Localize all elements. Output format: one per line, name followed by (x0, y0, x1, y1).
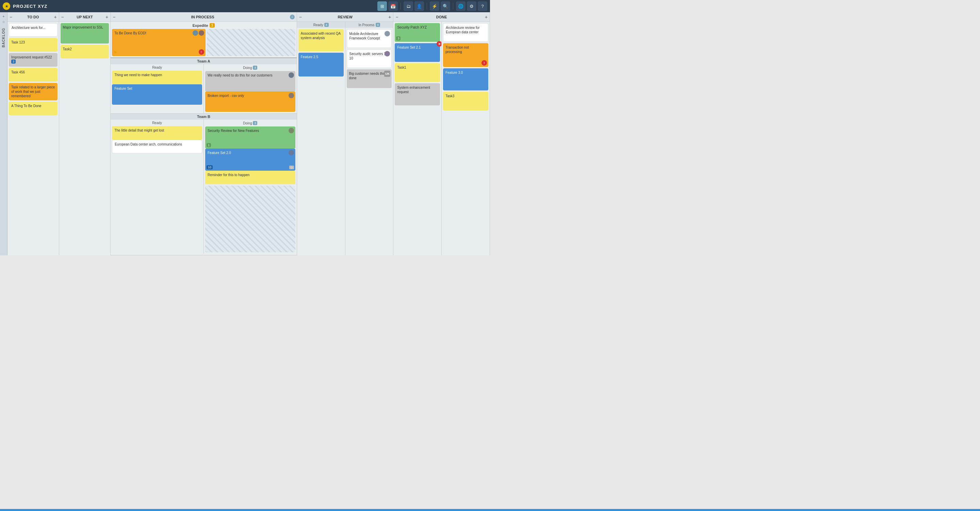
avatar-broken-img (288, 93, 294, 98)
card-improvement[interactable]: Improvement request #522 3 (9, 53, 57, 67)
header: ★ PROJECT XYZ ⊞ 📅 🗂 👤 ⚡ 🔍 🌐 ⚙ ? (0, 0, 490, 12)
card-thing-make-text: Thing we need to make happen (115, 73, 162, 77)
calendar-icon[interactable]: 📅 (388, 2, 398, 11)
columns-container: − TO DO + Architecture work for... Task … (8, 12, 490, 256)
card-really-need[interactable]: We really need to do this for our custom… (205, 71, 295, 92)
avatar-security-img (288, 128, 294, 133)
files-icon[interactable]: 🗂 (404, 2, 413, 11)
upnext-body: Major improvement to SSL Task2 (59, 22, 111, 256)
column-inprocess: − IN PROCESS i Expedite 1 To Be Done By … (111, 12, 297, 256)
avatar-audit (385, 51, 390, 56)
todo-title: TO DO (14, 15, 52, 19)
team-a-ready: Ready Thing we need to make happen Featu… (111, 64, 204, 113)
team-b-doing: Doing 3 Security Review for New Features… (204, 120, 297, 254)
separator2 (427, 3, 427, 10)
column-todo: − TO DO + Architecture work for... Task … (8, 12, 59, 256)
card-system-enhance[interactable]: System enhancement request (395, 83, 440, 105)
card-feature30[interactable]: Feature 3.0 (443, 68, 488, 90)
help-icon[interactable]: ? (478, 2, 487, 11)
team-a-doing-label: Doing (243, 66, 252, 70)
card-system-enhance-text: System enhancement request (397, 86, 430, 94)
review-add-btn[interactable]: + (388, 14, 391, 19)
card-reminder-text: Reminder for this to happen (208, 173, 250, 177)
upnext-collapse-btn[interactable]: − (61, 14, 64, 19)
expedite-header: Expedite 1 (112, 23, 295, 27)
done-collapse-btn[interactable]: − (395, 14, 398, 19)
card-task2[interactable]: Task2 (60, 45, 109, 59)
review-inprocess-label: In Process (358, 23, 374, 27)
avatar-feature (288, 150, 294, 156)
card-ssl[interactable]: Major improvement to SSL (60, 23, 109, 43)
card-mobile-arch[interactable]: Mobile Architecture Framework Concept (347, 29, 392, 48)
team-b-ready: Ready The little detail that might get l… (111, 120, 204, 254)
settings-icon[interactable]: ⚙ (467, 2, 476, 11)
card-little-detail[interactable]: The little detail that might get lost (112, 126, 202, 140)
review-collapse-btn[interactable]: − (299, 14, 302, 19)
card-feature25[interactable]: Feature 2.5 (298, 53, 344, 76)
review-ready-col: Ready 4 Associated with recent QA system… (297, 22, 345, 256)
filter-icon[interactable]: ⚡ (430, 2, 439, 11)
card-task123[interactable]: Task 123 (9, 38, 57, 52)
review-ready-count: 4 (324, 23, 329, 27)
close-icon[interactable]: ✕ (437, 41, 441, 47)
card-big-customer[interactable]: Big customer needs this done UK (347, 69, 392, 88)
column-done: − DONE + Security Patch XYZ 3 Feature Se… (393, 12, 490, 256)
globe-icon[interactable]: 🌐 (456, 2, 466, 11)
card-feature-set-a[interactable]: Feature Set (112, 84, 202, 105)
avatar-mobile-img (385, 31, 390, 36)
card-arch-review[interactable]: Architecture review for European data ce… (443, 23, 488, 42)
upnext-add-btn[interactable]: + (105, 14, 108, 19)
card-task3[interactable]: Task3 (443, 92, 488, 111)
todo-collapse-btn[interactable]: − (10, 14, 12, 19)
inprocess-info-icon[interactable]: i (290, 14, 295, 19)
card-security-review[interactable]: Security Review for New Features 1 (205, 127, 295, 149)
users-icon[interactable]: 👤 (414, 2, 424, 11)
todo-add-btn[interactable]: + (54, 14, 56, 19)
expedite-section: Expedite 1 To Be Done By EOD! ➤ ! (111, 22, 297, 58)
card-eod[interactable]: To Be Done By EOD! ➤ ! (112, 29, 205, 56)
review-ready-body: Associated with recent QA system analysi… (297, 28, 345, 256)
inprocess-title: IN PROCESS (117, 15, 288, 19)
card-european[interactable]: European Data center arch. communication… (112, 140, 202, 153)
card-task-orange[interactable]: Task related to a larger piece of work t… (9, 83, 57, 100)
card-feature-set-2[interactable]: Feature Set 2.0 10 ◇ (205, 149, 295, 171)
search-icon[interactable]: 🔍 (441, 2, 450, 11)
backlog-sidebar: + ○ BACKLOG (0, 12, 8, 256)
done-header: − DONE + (393, 12, 490, 22)
doing-tag: ◇ (289, 165, 294, 169)
card-feature-set21[interactable]: Feature Set 2.1 ✕ (395, 43, 440, 62)
inprocess-collapse-btn[interactable]: − (113, 14, 115, 19)
backlog-label: BACKLOG (2, 28, 5, 48)
team-b-doing-label: Doing (243, 121, 252, 125)
uk-badge: UK (384, 71, 390, 77)
done-add-btn[interactable]: + (485, 14, 488, 19)
avatar-really-img (288, 72, 294, 78)
card-broken-import[interactable]: Broken import - csv only (205, 92, 295, 112)
card-thing-make[interactable]: Thing we need to make happen (112, 71, 202, 84)
card-transaction[interactable]: Transaction not processing ! (443, 43, 488, 67)
avatar2 (199, 30, 204, 36)
column-upnext: − UP NEXT + Major improvement to SSL Tas… (59, 12, 111, 256)
plus-icon[interactable]: + (2, 14, 5, 18)
uk-badge-container: UK (384, 71, 390, 77)
team-b-doing-header: Doing 3 (205, 121, 295, 125)
transaction-priority-icon: ! (482, 60, 487, 66)
card-security-audit[interactable]: Security audit: servers 1-10 (347, 49, 392, 68)
card-security-audit-text: Security audit: servers 1-10 (350, 52, 387, 60)
card-task1[interactable]: Task1 (395, 63, 440, 82)
card-arch-work[interactable]: Architecture work for... (9, 23, 57, 37)
card-reminder[interactable]: Reminder for this to happen (205, 171, 295, 184)
card-associated[interactable]: Associated with recent QA system analysi… (298, 29, 344, 51)
inprocess-header: − IN PROCESS i (111, 12, 297, 22)
card-security-patch[interactable]: Security Patch XYZ 3 (395, 23, 440, 42)
card-thing-to-be-done[interactable]: A Thing To Be Done (9, 102, 57, 115)
card-task456[interactable]: Task 456 (9, 68, 57, 82)
todo-body: Architecture work for... Task 123 Improv… (8, 22, 59, 256)
board-view-icon[interactable]: ⊞ (377, 2, 387, 11)
priority-icon: ! (199, 49, 204, 55)
card-ssl-text: Major improvement to SSL (63, 25, 103, 29)
improvement-badge: 3 (11, 59, 16, 63)
done-title: DONE (400, 15, 484, 19)
done-body: Security Patch XYZ 3 Feature Set 2.1 ✕ T… (393, 22, 490, 256)
card-improvement-text: Improvement request #522 (11, 56, 52, 59)
